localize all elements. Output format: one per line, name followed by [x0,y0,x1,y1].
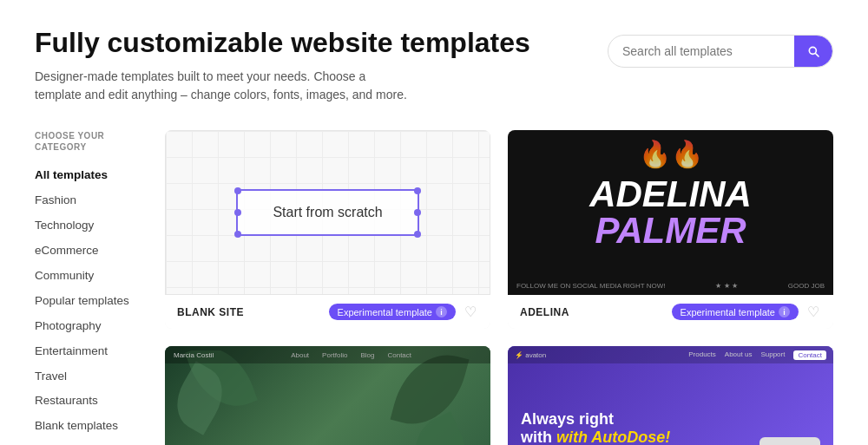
autodose-text-content: Always right with with AutoDose! [521,410,670,445]
template-card-blank-site[interactable]: Start from scratch BLANK SITE Experiment… [165,130,490,329]
template-preview-blank: Start from scratch [165,130,490,295]
page-subtitle: Designer-made templates built to meet yo… [35,68,408,104]
sidebar: CHOOSE YOUR CATEGORY All templates Fashi… [35,130,139,445]
search-icon [806,44,820,58]
autodose-line2: with with AutoDose! [521,429,670,445]
content-area: CHOOSE YOUR CATEGORY All templates Fashi… [35,130,833,445]
sidebar-section-label: CHOOSE YOUR CATEGORY [35,130,139,153]
corner-dot-ml [234,209,241,216]
adelina-bottom-bar: FOLLOW ME ON SOCIAL MEDIA RIGHT NOW! ★ ★… [508,282,833,290]
favorite-button-adelina[interactable]: ♡ [806,304,821,320]
favorite-button-blank[interactable]: ♡ [463,304,478,320]
template-name-blank: BLANK SITE [177,306,322,318]
template-footer-blank: BLANK SITE Experimental template i ♡ [165,295,490,329]
search-bar [608,35,833,68]
search-input[interactable] [608,36,794,67]
sidebar-item-travel[interactable]: Travel [35,364,139,389]
badge-info-icon-adelina: i [779,306,790,317]
search-button[interactable] [794,36,832,67]
page-title: Fully customizable website templates [35,26,530,59]
autodose-line1: Always right [521,410,670,429]
sidebar-item-all-templates[interactable]: All templates [35,163,139,188]
experimental-badge-blank: Experimental template i [329,304,456,320]
template-preview-adelina: 🔥🔥 ADELINA Palmer FOLLOW ME ON SOCIAL ME… [508,130,833,295]
header-section: Fully customizable website templates Des… [35,26,833,104]
sidebar-item-ecommerce[interactable]: eCommerce [35,239,139,264]
template-card-autodose[interactable]: ⚡ avaton Products About us Support Conta… [508,346,833,445]
corner-dot-tl [234,187,241,194]
experimental-badge-adelina: Experimental template i [672,304,799,320]
template-card-marcia[interactable]: Marcia Costil About Portfolio Blog Conta… [165,346,490,445]
adelina-title: ADELINA Palmer [589,176,752,249]
sidebar-item-technology[interactable]: Technology [35,213,139,239]
corner-dot-mr [414,209,421,216]
sidebar-item-portfolio[interactable]: Portfolio [35,439,139,445]
sidebar-item-fashion[interactable]: Fashion [35,188,139,213]
sidebar-item-blank-templates[interactable]: Blank templates [35,414,139,439]
template-preview-autodose: ⚡ avaton Products About us Support Conta… [508,346,833,445]
blank-box: Start from scratch [236,189,418,236]
template-name-adelina: ADELINA [520,306,665,318]
badge-info-icon: i [436,306,447,317]
adelina-flames: 🔥🔥 [639,139,703,169]
sidebar-item-community[interactable]: Community [35,264,139,289]
sidebar-item-restaurants[interactable]: Restaurants [35,389,139,414]
page-wrapper: Fully customizable website templates Des… [0,0,868,445]
template-footer-adelina: ADELINA Experimental template i ♡ [508,295,833,329]
template-card-adelina[interactable]: 🔥🔥 ADELINA Palmer FOLLOW ME ON SOCIAL ME… [508,130,833,329]
sidebar-item-entertainment[interactable]: Entertainment [35,339,139,364]
templates-grid: Start from scratch BLANK SITE Experiment… [165,130,833,445]
sidebar-item-photography[interactable]: Photography [35,314,139,339]
template-preview-marcia: Marcia Costil About Portfolio Blog Conta… [165,346,490,445]
blank-corners [238,191,417,234]
sidebar-item-popular-templates[interactable]: Popular templates [35,289,139,314]
